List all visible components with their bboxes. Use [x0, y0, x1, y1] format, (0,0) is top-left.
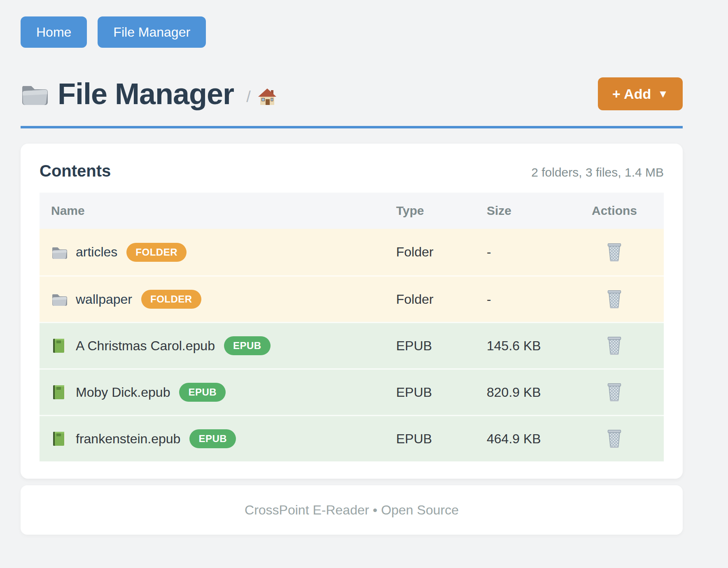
page-header: File Manager / + Add ▼	[21, 77, 683, 110]
column-header-type: Type	[385, 204, 475, 218]
green-book-icon	[51, 384, 68, 400]
home-button[interactable]: Home	[21, 16, 87, 48]
badge: FOLDER	[141, 290, 201, 309]
table-row[interactable]: articles FOLDER Folder -	[40, 229, 664, 275]
file-name: articles	[76, 244, 117, 260]
size-cell: 145.6 KB	[475, 338, 565, 354]
page-title: File Manager	[58, 79, 234, 109]
table-row[interactable]: Moby Dick.epub EPUB EPUB 820.9 KB	[40, 368, 664, 415]
home-icon[interactable]	[257, 87, 277, 107]
file-name: frankenstein.epub	[76, 431, 180, 447]
delete-button[interactable]	[604, 241, 624, 264]
chevron-down-icon: ▼	[658, 88, 668, 100]
type-cell: EPUB	[385, 385, 475, 400]
file-manager-button[interactable]: File Manager	[98, 16, 206, 48]
file-name: Moby Dick.epub	[76, 385, 170, 400]
top-nav: Home File Manager	[21, 0, 683, 48]
table-row[interactable]: frankenstein.epub EPUB EPUB 464.9 KB	[40, 415, 664, 461]
folder-icon	[51, 244, 68, 260]
size-cell: -	[475, 292, 565, 307]
column-header-name: Name	[40, 204, 385, 218]
column-header-actions: Actions	[565, 204, 664, 218]
file-name: A Christmas Carol.epub	[76, 338, 215, 354]
type-cell: EPUB	[385, 338, 475, 354]
size-cell: 464.9 KB	[475, 431, 565, 447]
delete-button[interactable]	[604, 427, 624, 450]
folder-icon	[51, 291, 68, 307]
contents-summary: 2 folders, 3 files, 1.4 MB	[531, 165, 664, 179]
table-header-row: Name Type Size Actions	[40, 193, 664, 229]
badge: EPUB	[224, 336, 271, 355]
table-body: articles FOLDER Folder -	[40, 229, 664, 461]
green-book-icon	[51, 338, 68, 354]
size-cell: -	[475, 244, 565, 260]
type-cell: Folder	[385, 244, 475, 260]
breadcrumb-separator: /	[246, 88, 251, 106]
contents-heading: Contents	[40, 162, 111, 180]
table-row[interactable]: A Christmas Carol.epub EPUB EPUB 145.6 K…	[40, 322, 664, 368]
add-button[interactable]: + Add ▼	[598, 77, 683, 110]
add-button-label: + Add	[612, 86, 651, 102]
file-manager-page: Home File Manager File Manager / + Add	[0, 0, 728, 568]
trash-icon	[606, 289, 623, 309]
type-cell: EPUB	[385, 431, 475, 447]
contents-card: Contents 2 folders, 3 files, 1.4 MB Name…	[21, 144, 683, 479]
footer-text: CrossPoint E-Reader • Open Source	[245, 503, 459, 518]
badge: FOLDER	[126, 243, 187, 262]
folder-icon	[21, 82, 49, 106]
header-divider	[21, 126, 683, 128]
delete-button[interactable]	[604, 334, 624, 357]
trash-icon	[606, 429, 623, 449]
file-name: wallpaper	[76, 292, 132, 307]
trash-icon	[606, 336, 623, 356]
badge: EPUB	[179, 383, 226, 402]
delete-button[interactable]	[604, 288, 624, 311]
size-cell: 820.9 KB	[475, 385, 565, 400]
type-cell: Folder	[385, 292, 475, 307]
green-book-icon	[51, 431, 68, 447]
column-header-size: Size	[475, 204, 565, 218]
file-table: Name Type Size Actions articles FOL	[40, 193, 664, 461]
trash-icon	[606, 242, 623, 262]
delete-button[interactable]	[604, 381, 624, 404]
trash-icon	[606, 382, 623, 402]
badge: EPUB	[189, 429, 236, 448]
table-row[interactable]: wallpaper FOLDER Folder -	[40, 275, 664, 322]
footer-card: CrossPoint E-Reader • Open Source	[21, 485, 683, 535]
